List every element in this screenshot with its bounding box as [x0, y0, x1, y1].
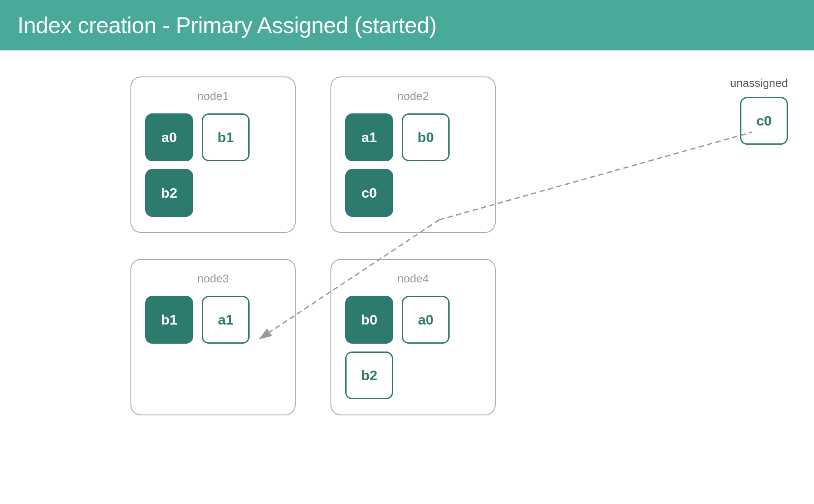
- node4-row1: b0 a0: [345, 296, 481, 344]
- shard-a0-node1: a0: [145, 113, 193, 161]
- shard-b1-node3: b1: [145, 296, 193, 344]
- node3-box: node3 b1 a1: [130, 259, 296, 415]
- node4-box: node4 b0 a0 b2: [330, 259, 496, 415]
- node3-row1: b1 a1: [145, 296, 281, 344]
- node1-label: node1: [145, 90, 281, 103]
- unassigned-area: unassigned c0: [730, 76, 788, 145]
- unassigned-shard-c0: c0: [740, 97, 788, 145]
- shard-b2-node4: b2: [345, 351, 393, 399]
- shard-b2-node1: b2: [145, 169, 193, 217]
- node1-row1: a0 b1: [145, 113, 281, 161]
- node2-row1: a1 b0: [345, 113, 481, 161]
- nodes-grid: node1 a0 b1 b2 node2 a1 b0 c0 node3 b: [130, 76, 496, 415]
- shard-a1-node3: a1: [202, 296, 250, 344]
- header: Index creation - Primary Assigned (start…: [0, 0, 814, 50]
- node2-row2: c0: [345, 169, 481, 217]
- node2-box: node2 a1 b0 c0: [330, 76, 496, 233]
- node2-label: node2: [345, 90, 481, 103]
- node4-row2: b2: [345, 351, 481, 399]
- node1-row2: b2: [145, 169, 281, 217]
- shard-b0-node4: b0: [345, 296, 393, 344]
- node3-label: node3: [145, 272, 281, 285]
- shard-b0-node2: b0: [402, 113, 450, 161]
- node1-box: node1 a0 b1 b2: [130, 76, 296, 233]
- page-title: Index creation - Primary Assigned (start…: [17, 13, 437, 38]
- node4-label: node4: [345, 272, 481, 285]
- shard-a1-node2: a1: [345, 113, 393, 161]
- main-content: unassigned c0 node1 a0 b1 b2 node2 a1 b0…: [0, 50, 814, 504]
- shard-c0-node2: c0: [345, 169, 393, 217]
- shard-a0-node4: a0: [402, 296, 450, 344]
- shard-b1-node1: b1: [202, 113, 250, 161]
- unassigned-label: unassigned: [730, 76, 788, 90]
